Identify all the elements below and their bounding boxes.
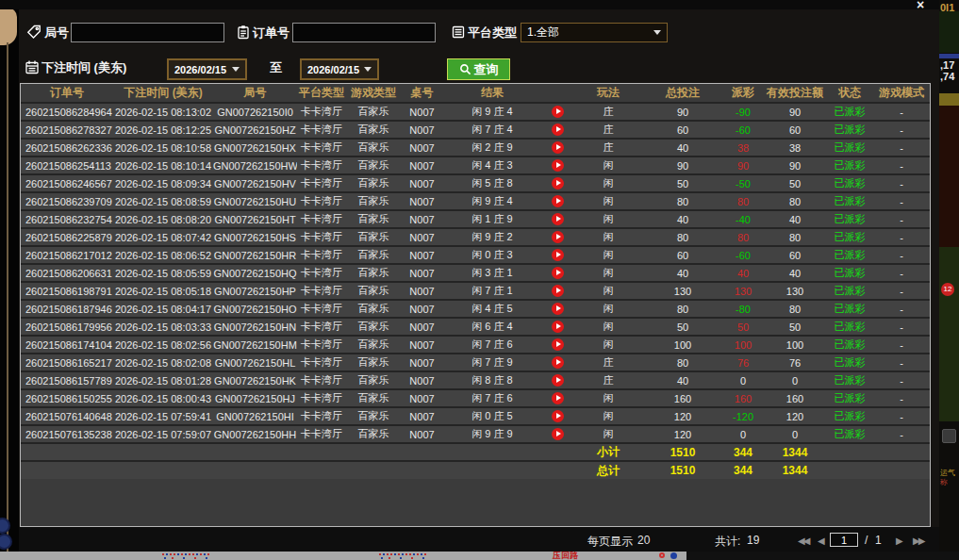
close-icon[interactable]: × xyxy=(917,0,924,12)
result-cell: 闲 0 庄 3 xyxy=(443,246,541,264)
background-game-no-fragment: 0I1 xyxy=(940,2,954,13)
play-video-icon[interactable] xyxy=(552,231,564,243)
platform-cell: 卡卡湾厅 xyxy=(297,139,346,156)
first-page-icon[interactable]: ◀◀ xyxy=(798,535,808,546)
payout-cell: -60 xyxy=(722,121,764,139)
payout-cell: 0 xyxy=(722,371,764,389)
play-type-cell: 闲 xyxy=(573,282,643,300)
game-no-cell: GN007262150HW xyxy=(213,156,297,174)
col-play-icon xyxy=(541,84,573,103)
date-from-select[interactable]: 2026/02/15 xyxy=(167,58,247,80)
platform-cell: 卡卡湾厅 xyxy=(297,103,346,121)
page-number-input[interactable] xyxy=(830,533,858,547)
play-video-icon[interactable] xyxy=(552,159,564,172)
mode-cell: - xyxy=(873,264,930,282)
play-video-icon[interactable] xyxy=(552,267,564,279)
result-cell: 闲 7 庄 9 xyxy=(443,354,541,371)
play-cell xyxy=(541,139,573,156)
record-row: 2602150862465672026-02-15 08:09:34GN0072… xyxy=(21,174,930,192)
mode-cell: - xyxy=(873,121,930,139)
play-video-icon[interactable] xyxy=(552,321,564,333)
play-video-icon[interactable] xyxy=(552,195,564,207)
platform-cell: 卡卡湾厅 xyxy=(297,336,346,354)
game-no-cell: GN007262150HL xyxy=(213,354,297,371)
play-video-icon[interactable] xyxy=(552,177,564,189)
game-type-cell: 百家乐 xyxy=(346,425,401,443)
status-cell: 已派彩 xyxy=(826,210,873,228)
valid-bet-cell: 38 xyxy=(764,139,826,156)
play-video-icon[interactable] xyxy=(552,392,564,404)
play-video-icon[interactable] xyxy=(552,106,564,118)
play-video-icon[interactable] xyxy=(552,374,564,387)
status-cell: 已派彩 xyxy=(826,318,873,336)
game-no-input[interactable] xyxy=(71,23,224,42)
platform-cell: 卡卡湾厅 xyxy=(297,300,346,318)
play-video-icon[interactable] xyxy=(552,285,564,297)
summary-payout: 344 xyxy=(722,443,764,461)
valid-bet-cell: 100 xyxy=(764,336,826,354)
date-to-select[interactable]: 2026/02/15 xyxy=(300,58,379,80)
background-amount-fragment: ,74 xyxy=(940,71,954,82)
time-cell: 2026-02-15 07:59:07 xyxy=(113,425,213,443)
valid-bet-cell: 160 xyxy=(764,389,826,407)
play-video-icon[interactable] xyxy=(552,141,564,154)
status-cell: 已派彩 xyxy=(826,407,873,425)
search-button-label: 查询 xyxy=(474,61,499,78)
mode-cell: - xyxy=(873,246,930,264)
play-type-cell: 闲 xyxy=(573,210,643,228)
chevron-down-icon xyxy=(364,67,372,72)
date-from-value: 2026/02/15 xyxy=(174,64,226,75)
play-cell xyxy=(541,156,573,174)
order-no-input[interactable] xyxy=(292,23,436,42)
table-no-cell: N007 xyxy=(401,139,443,156)
platform-cell: 卡卡湾厅 xyxy=(297,389,346,407)
play-cell xyxy=(541,425,573,443)
payout-cell: 76 xyxy=(722,354,764,371)
time-cell: 2026-02-15 08:08:59 xyxy=(113,192,213,210)
col-time: 下注时间 (美东) xyxy=(113,84,213,103)
search-button[interactable]: 查询 xyxy=(447,58,510,80)
play-video-icon[interactable] xyxy=(552,124,564,136)
table-no-cell: N007 xyxy=(401,246,443,264)
record-row: 2602150761352382026-02-15 07:59:07GN0072… xyxy=(21,425,930,443)
platform-cell: 卡卡湾厅 xyxy=(297,121,346,139)
status-cell: 已派彩 xyxy=(826,354,873,371)
next-page-icon[interactable]: ▶ xyxy=(896,535,901,546)
result-cell: 闲 9 庄 2 xyxy=(443,228,541,246)
total-bet-cell: 40 xyxy=(643,210,722,228)
prev-page-icon[interactable]: ◀ xyxy=(818,535,823,546)
payout-cell: 50 xyxy=(722,318,764,336)
play-video-icon[interactable] xyxy=(552,213,564,225)
background-table-top xyxy=(939,11,959,53)
play-type-cell: 闲 xyxy=(573,336,643,354)
table-no-cell: N007 xyxy=(401,156,443,174)
result-cell: 闲 1 庄 9 xyxy=(443,210,541,228)
search-icon xyxy=(459,63,471,75)
play-video-icon[interactable] xyxy=(552,428,564,440)
play-video-icon[interactable] xyxy=(552,338,564,351)
play-type-cell: 闲 xyxy=(573,425,643,443)
play-video-icon[interactable] xyxy=(552,249,564,261)
time-cell: 2026-02-15 08:10:14 xyxy=(113,156,213,174)
order-no-label: 订单号 xyxy=(253,25,289,41)
result-cell: 闲 5 庄 8 xyxy=(443,174,541,192)
table-no-cell: N007 xyxy=(401,192,443,210)
background-blue-bar xyxy=(939,54,959,58)
records-table-container: 订单号 下注时间 (美东) 局号 平台类型 游戏类型 桌号 结果 玩法 总投注 … xyxy=(20,83,931,527)
platform-type-select[interactable]: 1.全部 xyxy=(521,23,668,42)
result-cell: 闲 8 庄 8 xyxy=(443,371,541,389)
play-video-icon[interactable] xyxy=(552,410,564,422)
background-bottom-label: 压回路 xyxy=(553,552,578,560)
total-bet-cell: 90 xyxy=(643,156,722,174)
play-video-icon[interactable] xyxy=(552,356,564,369)
background-bottom-strip: 压回路 xyxy=(0,552,959,560)
mode-cell: - xyxy=(873,354,930,371)
background-chip xyxy=(0,534,12,550)
play-video-icon[interactable] xyxy=(552,303,564,315)
summary-total-bet: 1510 xyxy=(643,443,722,461)
last-page-icon[interactable]: ▶▶ xyxy=(913,535,923,546)
total-count-value: 19 xyxy=(747,534,759,547)
col-total-bet: 总投注 xyxy=(643,84,722,103)
status-cell: 已派彩 xyxy=(826,300,873,318)
result-cell: 闲 4 庄 5 xyxy=(443,300,541,318)
